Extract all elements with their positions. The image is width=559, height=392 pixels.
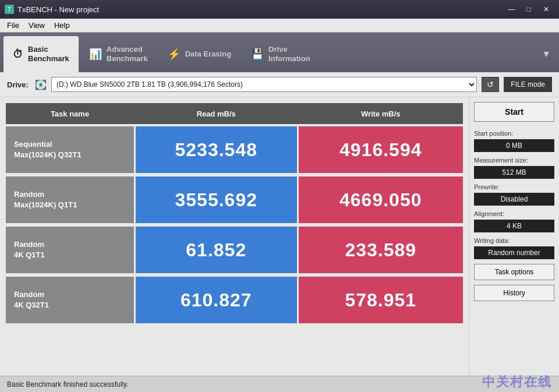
bench-row-0: SequentialMax(1024K) Q32T1 5233.548 4916… [6, 126, 463, 173]
task-name-2: Random4K Q1T1 [6, 227, 134, 273]
data-erasing-icon: ⚡ [168, 48, 181, 61]
tab-bar: ⏱ BasicBenchmark 📊 AdvancedBenchmark ⚡ D… [0, 33, 559, 72]
write-value-0: 4916.594 [299, 126, 464, 173]
benchmark-area: Task name Read mB/s Write mB/s Sequentia… [0, 97, 469, 376]
title-bar-left: T TxBENCH - New project [5, 5, 99, 14]
status-text: Basic Benchmark finished successfully. [7, 380, 129, 389]
drive-label: Drive: [7, 80, 30, 89]
main-content: Drive: 💽 (D:) WD Blue SN5000 2TB 1.81 TB… [0, 72, 559, 392]
write-value-3: 578.951 [299, 277, 464, 323]
app-icon: T [5, 5, 14, 14]
task-name-0: SequentialMax(1024K) Q32T1 [6, 126, 134, 173]
right-panel: Start Start position: 0 MB Measurement s… [469, 97, 559, 376]
read-value-3: 610.827 [136, 277, 297, 323]
task-options-button[interactable]: Task options [474, 264, 554, 280]
title-bar-controls: — □ ✕ [503, 3, 554, 15]
menu-bar: File View Help [0, 19, 559, 33]
start-position-label: Start position: [474, 130, 554, 137]
writing-data-value: Random number [474, 246, 554, 259]
file-mode-button[interactable]: FILE mode [504, 77, 552, 92]
tab-advanced-label: AdvancedBenchmark [107, 45, 148, 63]
task-name-1: RandomMax(1024K) Q1T1 [6, 176, 134, 223]
tab-dropdown-arrow[interactable]: ▼ [542, 36, 556, 72]
maximize-button[interactable]: □ [521, 3, 537, 15]
tab-drive-information[interactable]: 💾 DriveInformation [242, 36, 320, 72]
tab-basic-label: BasicBenchmark [28, 45, 69, 63]
menu-view[interactable]: View [24, 20, 49, 31]
tab-basic-benchmark[interactable]: ⏱ BasicBenchmark [3, 36, 79, 72]
menu-help[interactable]: Help [49, 20, 75, 31]
bench-row-1: RandomMax(1024K) Q1T1 3555.692 4669.050 [6, 176, 463, 223]
watermark: 中关村在线 [482, 373, 552, 391]
close-button[interactable]: ✕ [538, 3, 554, 15]
alignment-value: 4 KB [474, 220, 554, 232]
read-value-1: 3555.692 [136, 176, 297, 223]
read-value-2: 61.852 [136, 227, 297, 273]
tab-advanced-benchmark[interactable]: 📊 AdvancedBenchmark [80, 36, 157, 72]
measurement-size-label: Measurement size: [474, 157, 554, 164]
tab-erase-label: Data Erasing [185, 50, 231, 59]
tab-drive-label: DriveInformation [268, 45, 310, 63]
alignment-label: Alignment: [474, 210, 554, 217]
advanced-benchmark-icon: 📊 [89, 48, 102, 61]
start-button[interactable]: Start [474, 102, 554, 122]
status-bar: Basic Benchmark finished successfully. 中… [0, 376, 559, 392]
header-read: Read mB/s [134, 106, 299, 122]
bench-row-2: Random4K Q1T1 61.852 233.589 [6, 227, 463, 273]
drive-row: Drive: 💽 (D:) WD Blue SN5000 2TB 1.81 TB… [0, 72, 559, 97]
minimize-button[interactable]: — [503, 3, 519, 15]
drive-select[interactable]: (D:) WD Blue SN5000 2TB 1.81 TB (3,906,9… [51, 77, 477, 92]
drive-icon: 💽 [35, 79, 47, 90]
header-write: Write mB/s [299, 106, 464, 122]
tab-data-erasing[interactable]: ⚡ Data Erasing [158, 36, 240, 72]
menu-file[interactable]: File [2, 20, 24, 31]
window-title: TxBENCH - New project [17, 5, 99, 14]
drive-info-icon: 💾 [251, 48, 264, 61]
drive-refresh-button[interactable]: ↺ [482, 77, 499, 92]
bench-row-3: Random4K Q32T1 610.827 578.951 [6, 277, 463, 323]
start-position-value: 0 MB [474, 139, 554, 152]
write-value-2: 233.589 [299, 227, 464, 273]
prewrite-label: Prewrite: [474, 183, 554, 190]
read-value-0: 5233.548 [136, 126, 297, 173]
content-area: Task name Read mB/s Write mB/s Sequentia… [0, 97, 559, 376]
basic-benchmark-icon: ⏱ [13, 48, 23, 61]
task-name-3: Random4K Q32T1 [6, 277, 134, 323]
history-button[interactable]: History [474, 285, 554, 301]
write-value-1: 4669.050 [299, 176, 464, 223]
measurement-size-value: 512 MB [474, 166, 554, 179]
prewrite-value: Disabled [474, 193, 554, 206]
writing-data-label: Writing data: [474, 237, 554, 244]
header-task-name: Task name [6, 106, 134, 122]
bench-table-header: Task name Read mB/s Write mB/s [6, 103, 463, 124]
title-bar: T TxBENCH - New project — □ ✕ [0, 0, 559, 19]
